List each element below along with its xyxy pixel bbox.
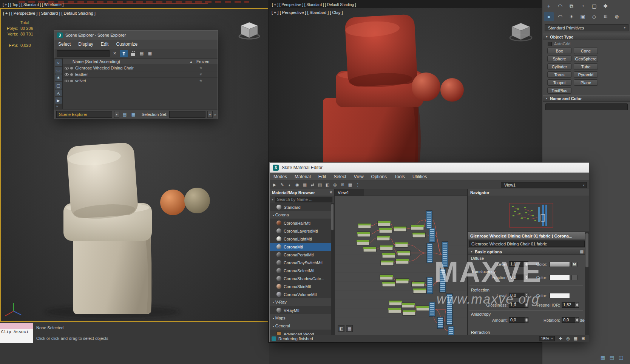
autogrid-checkbox[interactable] xyxy=(548,42,552,46)
systems-category-icon[interactable]: ⊚ xyxy=(612,12,622,21)
assign-material-to-selection-icon[interactable]: ◐ xyxy=(286,182,293,188)
scrollbar-thumb[interactable] xyxy=(331,204,334,230)
glossiness-spinner[interactable]: 1,0 xyxy=(509,302,528,308)
select-tool-icon[interactable]: ▶ xyxy=(271,182,278,188)
viewport-label[interactable]: [ + ] [ Perspective ] [ Standard ] [ Cla… xyxy=(272,10,343,15)
primitive-button-sphere[interactable]: Sphere xyxy=(547,56,571,62)
column-divider[interactable] xyxy=(194,59,194,65)
viewport-top-label[interactable]: [ + ] [ Perspective ] [ Standard ] [ Def… xyxy=(272,3,356,7)
name-column-header[interactable]: Name (Sorted Ascending) xyxy=(73,59,120,64)
fit-view-icon[interactable]: ⊞ xyxy=(580,335,587,342)
controller-node[interactable] xyxy=(429,228,435,242)
scene-object-row[interactable]: Glenrose Wheeled Dining Chair✳ xyxy=(63,65,218,71)
selection-lock-icon[interactable]: ▤ xyxy=(609,354,615,360)
browser-item[interactable]: CoronaSelectMtl xyxy=(270,267,334,275)
controller-node[interactable] xyxy=(427,243,433,263)
browser-group[interactable]: - Corona xyxy=(270,211,334,219)
material-node[interactable] xyxy=(380,275,393,280)
controller-node[interactable] xyxy=(437,317,443,329)
parameters-scrollbar[interactable] xyxy=(585,232,589,336)
viewcube[interactable] xyxy=(506,19,535,44)
layout-icon[interactable]: ▦ xyxy=(346,325,353,332)
material-node[interactable] xyxy=(388,308,401,313)
se-menu-select[interactable]: Select xyxy=(54,42,74,47)
scrollbar-thumb[interactable] xyxy=(585,233,588,267)
zoom-extents-icon[interactable]: ⋮ xyxy=(354,182,361,188)
aniso-amount-spinner[interactable]: 0,0 xyxy=(509,317,528,323)
se-menu-edit[interactable]: Edit xyxy=(97,42,113,47)
material-node[interactable] xyxy=(395,242,408,247)
material-node[interactable] xyxy=(382,282,395,287)
mini-listener-text[interactable]: Clip Associ xyxy=(0,329,33,343)
material-node[interactable] xyxy=(358,224,371,228)
browser-item[interactable]: CoronaPortalMtl xyxy=(270,251,334,259)
display-lights-icon[interactable]: ✶ xyxy=(55,74,62,81)
browser-item[interactable]: CoronaShadowCatc... xyxy=(270,275,334,282)
primitive-button-textplus[interactable]: TextPlus xyxy=(547,87,571,94)
show-end-result-icon[interactable]: ◎ xyxy=(332,182,338,188)
hierarchy-tab-icon[interactable]: ⧉ xyxy=(567,2,576,11)
primitive-button-pyramid[interactable]: Pyramid xyxy=(574,71,598,78)
isolate-selection-icon[interactable]: ▦ xyxy=(600,354,606,360)
browser-scrollbar[interactable] xyxy=(331,203,334,336)
material-node[interactable] xyxy=(397,251,410,256)
reflection-color-swatch[interactable] xyxy=(550,293,570,298)
navigator-header[interactable]: Navigator xyxy=(468,189,589,196)
viewcube[interactable] xyxy=(236,18,263,42)
spacewarps-category-icon[interactable]: ≋ xyxy=(601,12,610,21)
diffuse-level-spinner[interactable]: 1,0 xyxy=(509,261,528,267)
material-node[interactable] xyxy=(357,232,370,237)
material-node[interactable] xyxy=(363,247,376,252)
primitive-category-dropdown[interactable]: Standard Primitives ▼ xyxy=(545,24,628,31)
material-name-field[interactable]: Glenrose Wheeled Dining Chair 01 fabric xyxy=(469,241,585,247)
shapes-category-icon[interactable]: ◠ xyxy=(555,12,565,21)
browser-item[interactable]: CoronaLayeredMtl xyxy=(270,227,334,235)
navigator-minimap[interactable] xyxy=(468,196,589,231)
translucency-color-swatch[interactable] xyxy=(550,275,570,280)
put-to-library-icon[interactable]: ◉ xyxy=(294,182,301,188)
material-node[interactable] xyxy=(378,221,391,226)
primitive-button-cone[interactable]: Cone xyxy=(574,48,598,54)
object-type-rollout[interactable]: ▼ Object Type xyxy=(543,34,630,40)
material-editor-titlebar[interactable]: 3 Slate Material Editor ─ □ ✕ xyxy=(270,163,589,173)
browser-item[interactable]: Standard xyxy=(270,203,334,211)
se-menu-display[interactable]: Display xyxy=(74,42,97,47)
material-node[interactable] xyxy=(411,225,424,230)
viewport-top-label[interactable]: [ + ] [ Top ] [ Standard ] [ Wireframe ] xyxy=(3,3,63,7)
browser-header[interactable]: Material/Map Browser ✕ xyxy=(270,189,334,196)
visibility-eye-icon[interactable] xyxy=(65,67,69,69)
pick-material-from-object-icon[interactable]: ✎ xyxy=(279,182,286,188)
close-icon[interactable]: ✕ xyxy=(329,190,332,194)
material-node[interactable] xyxy=(379,228,392,233)
chevrons-more[interactable]: » xyxy=(56,104,58,108)
material-id-channel-icon[interactable]: ⊞ xyxy=(339,182,346,188)
material-node[interactable] xyxy=(412,233,425,238)
controller-node[interactable] xyxy=(448,326,454,335)
chevron-down-icon[interactable]: ▼ xyxy=(114,111,119,118)
move-children-icon[interactable]: ⇄ xyxy=(309,182,316,188)
lights-category-icon[interactable]: ✶ xyxy=(567,12,576,21)
zoom-region-icon[interactable]: ▦ xyxy=(572,335,579,342)
primitive-button-plane[interactable]: Plane xyxy=(574,79,598,86)
scene-object-row[interactable]: leather✳ xyxy=(63,71,218,78)
material-node[interactable] xyxy=(389,301,402,305)
table-view-icon[interactable]: ▦ xyxy=(130,111,137,118)
motion-tab-icon[interactable]: ◔ xyxy=(578,2,588,11)
selection-set-combo[interactable] xyxy=(169,111,205,118)
material-parameters-header[interactable]: Glenrose Wheeled Dining Chair 01 fabric … xyxy=(468,232,589,239)
me-menu-modes[interactable]: Modes xyxy=(270,174,291,179)
top-viewport-strip-left[interactable]: [ + ] [ Top ] [ Standard ] [ Wireframe ] xyxy=(0,0,269,8)
clear-search-icon[interactable]: ✕ xyxy=(111,50,118,57)
display-cameras-icon[interactable]: ▢ xyxy=(55,82,62,89)
frozen-column-header[interactable]: Frozen xyxy=(196,59,209,64)
me-menu-edit[interactable]: Edit xyxy=(315,174,330,179)
me-menu-material[interactable]: Material xyxy=(291,174,315,179)
reflection-level-spinner[interactable]: 0,0 xyxy=(509,293,528,298)
mini-listener-macro-pane[interactable] xyxy=(0,323,33,329)
se-menu-customize[interactable]: Customize xyxy=(112,42,141,47)
diffuse-map-button[interactable]: M xyxy=(571,262,578,267)
browser-item[interactable]: VRayMtl xyxy=(270,306,334,314)
material-node[interactable] xyxy=(403,310,415,315)
visibility-eye-icon[interactable] xyxy=(65,73,69,76)
scene-object-row[interactable]: velvet✳ xyxy=(63,78,218,84)
